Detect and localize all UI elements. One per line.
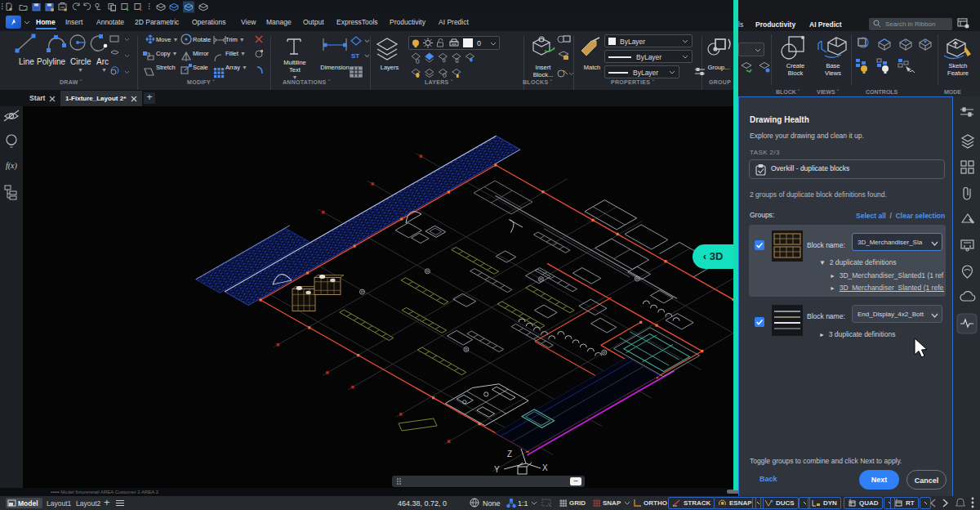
svg-text:Z: Z <box>507 450 512 459</box>
svg-text:X: X <box>542 463 548 472</box>
svg-text:0: 0 <box>477 39 481 47</box>
svg-text:ST: ST <box>351 52 359 60</box>
svg-text:f(x): f(x) <box>6 161 18 171</box>
svg-text:Y: Y <box>494 465 500 474</box>
